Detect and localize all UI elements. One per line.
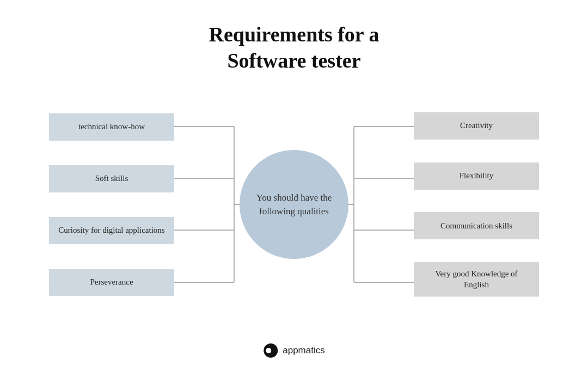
page-title: Requirements for a Software tester [0,0,588,74]
footer: appmatics [263,343,324,358]
center-circle: You should have the following qualities [240,150,348,259]
brand-name: appmatics [283,345,324,356]
left-connector-svg [174,101,240,308]
appmatics-logo-icon [263,343,278,358]
svg-point-13 [266,348,271,353]
left-item-1: technical know-how [49,113,174,141]
right-item-2: Flexibility [414,162,539,190]
left-item-3: Curiosity for digital applications [49,217,174,244]
left-connectors [174,101,240,308]
left-item-4: Perseverance [49,269,174,296]
diagram-area: technical know-how Soft skills Curiosity… [0,90,588,319]
left-item-2: Soft skills [49,165,174,192]
right-item-3: Communication skills [414,212,539,239]
right-item-4: Very good Knowledge of English [414,262,539,297]
right-column: Creativity Flexibility Communication ski… [414,101,539,308]
right-item-1: Creativity [414,112,539,140]
right-connector-svg [348,101,414,308]
left-column: technical know-how Soft skills Curiosity… [49,101,174,308]
right-connectors [348,101,414,308]
